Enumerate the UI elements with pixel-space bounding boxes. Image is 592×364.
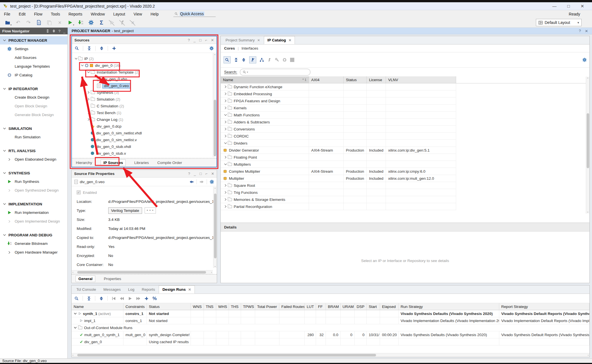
- run-group-out-of-context[interactable]: Out-of-Context Module Runs: [72, 324, 589, 331]
- subtab-cores[interactable]: Cores: [224, 46, 235, 50]
- column-report-strategy[interactable]: Report Strategy: [499, 303, 589, 310]
- chevron-right-icon[interactable]: [87, 111, 90, 114]
- search-icon[interactable]: [74, 296, 79, 301]
- chevron-down-icon[interactable]: [81, 64, 84, 67]
- delete-button[interactable]: ×: [56, 19, 64, 26]
- catalog-row-divider-generator[interactable]: Divider GeneratorAXI4-StreamProductionIn…: [221, 147, 589, 154]
- filter-toggle-button[interactable]: [249, 56, 256, 63]
- create-runs-icon[interactable]: [144, 296, 149, 301]
- tree-item-synthesis[interactable]: Synthesis(3): [74, 89, 217, 96]
- sources-panel-header[interactable]: Sources ? _ □ ⌐ ✕: [72, 36, 217, 44]
- chevron-right-icon[interactable]: [224, 134, 227, 138]
- fn-item-run-implementation[interactable]: Run Implementation: [0, 208, 67, 217]
- column-start[interactable]: Start: [367, 303, 380, 310]
- chevron-right-icon[interactable]: [224, 127, 227, 131]
- tab-compile-order[interactable]: Compile Order: [157, 161, 182, 165]
- search-toggle-button[interactable]: [224, 56, 231, 63]
- minimize-panel-icon[interactable]: _: [193, 38, 195, 42]
- column-failed-routes[interactable]: Failed Routes: [279, 303, 305, 310]
- catalog-row-partial-reconfiguration[interactable]: Partial Reconfiguration: [221, 203, 589, 210]
- menu-window[interactable]: Window: [91, 12, 105, 16]
- tab-tcl-console[interactable]: Tcl Console: [73, 285, 100, 294]
- close-button[interactable]: ✕: [580, 4, 584, 9]
- undo-button[interactable]: ↶: [14, 19, 22, 26]
- enabled-checkbox[interactable]: ✓: [77, 190, 81, 194]
- column-status[interactable]: Status: [344, 76, 367, 83]
- group-by-hierarchy-icon[interactable]: [260, 58, 264, 62]
- type-combo[interactable]: Verilog Template: [108, 207, 142, 214]
- disabled-tool-icon[interactable]: [290, 58, 294, 62]
- catalog-row-cordic[interactable]: CORDIC: [221, 133, 589, 140]
- layout-selector[interactable]: Default Layout ▾: [536, 19, 582, 26]
- menu-flow[interactable]: Flow: [34, 12, 43, 16]
- float-panel-icon[interactable]: ⌐: [205, 38, 207, 42]
- close-icon[interactable]: ✕: [585, 29, 588, 33]
- catalog-vertical-scrollbar[interactable]: ⌃⌄: [586, 77, 589, 214]
- close-icon[interactable]: ✕: [188, 288, 191, 292]
- chevron-down-icon[interactable]: [74, 326, 77, 329]
- properties-horizontal-scrollbar[interactable]: ‹›: [72, 270, 213, 274]
- expand-all-icon[interactable]: [100, 46, 104, 50]
- fn-section-simulation[interactable]: SIMULATION: [0, 124, 67, 133]
- catalog-row-math-functions[interactable]: Math Functions: [221, 112, 589, 119]
- tree-item-div-gen-0-dcp[interactable]: div_gen_0.dcp: [74, 123, 217, 130]
- copy-button[interactable]: [45, 19, 54, 26]
- fn-item-open-hardware-manager[interactable]: Open Hardware Manager: [0, 248, 67, 257]
- menu-help[interactable]: Help: [151, 12, 159, 16]
- tab-log[interactable]: Log: [124, 285, 138, 294]
- fn-item-settings[interactable]: Settings: [0, 45, 67, 53]
- properties-panel-header[interactable]: Source File Properties ? _ □ ⌐ ✕: [72, 170, 217, 177]
- fn-item-language-templates[interactable]: Language Templates: [0, 62, 67, 71]
- column-license[interactable]: License: [367, 76, 386, 83]
- run-row-impl-1[interactable]: impl_1 constrs_1 Not started Vivado Impl…: [72, 317, 589, 324]
- tab-ip-catalog[interactable]: IP Catalog✕: [264, 36, 295, 44]
- chevron-right-icon[interactable]: [224, 85, 227, 88]
- column-name[interactable]: Name^ 1: [221, 76, 309, 83]
- subtab-interfaces[interactable]: Interfaces: [242, 46, 258, 50]
- chevron-right-icon[interactable]: [224, 205, 227, 208]
- minimize-panel-icon[interactable]: _: [194, 172, 196, 176]
- help-icon[interactable]: ?: [58, 29, 61, 33]
- license-key-icon[interactable]: [275, 58, 279, 62]
- collapse-all-icon[interactable]: [234, 58, 238, 62]
- run-row-div-gen-0[interactable]: div_gen_0 Using cached IP results: [72, 338, 589, 345]
- cancel-disabled-button[interactable]: ×: [129, 19, 137, 26]
- catalog-search-input[interactable]: ▾: [240, 69, 310, 76]
- column-tns[interactable]: TNS: [204, 303, 216, 310]
- column-ff[interactable]: FF: [316, 303, 326, 310]
- menu-layout[interactable]: Layout: [113, 12, 125, 16]
- tab-hierarchy[interactable]: Hierarchy: [76, 161, 92, 165]
- fn-section-synthesis[interactable]: SYNTHESIS: [0, 169, 67, 177]
- report-summary-button[interactable]: Σ: [97, 19, 106, 26]
- quick-access-search[interactable]: Quick Access: [173, 11, 216, 17]
- tree-item-ip[interactable]: IP(2): [74, 55, 217, 62]
- more-button[interactable]: • • •: [145, 207, 156, 214]
- tree-item-stub-v[interactable]: div_gen_0_stub.v: [74, 150, 217, 157]
- add-sources-icon[interactable]: [112, 46, 116, 50]
- report-button[interactable]: [35, 19, 43, 26]
- tree-item-test-bench[interactable]: Test Bench(1): [74, 109, 217, 116]
- column-elapsed[interactable]: Elapsed: [380, 303, 399, 310]
- tab-general[interactable]: General: [76, 276, 95, 282]
- column-wns[interactable]: WNS: [191, 303, 204, 310]
- column-run-strategy[interactable]: Run Strategy: [399, 303, 499, 310]
- chevron-right-icon[interactable]: [224, 99, 227, 103]
- expand-all-icon[interactable]: [52, 29, 56, 33]
- tree-item-stub-vhdl[interactable]: div_gen_0_stub.vhdl: [74, 143, 217, 150]
- help-icon[interactable]: ?: [188, 38, 190, 42]
- run-button[interactable]: ▾: [66, 19, 74, 26]
- gear-icon[interactable]: [209, 46, 214, 50]
- fn-item-ip-catalog[interactable]: IP Catalog: [0, 71, 67, 79]
- collapse-all-icon[interactable]: [87, 46, 91, 50]
- properties-vertical-scrollbar[interactable]: ⌃⌄: [213, 187, 217, 268]
- column-dsp[interactable]: DSP: [355, 303, 367, 310]
- tab-design-runs[interactable]: Design Runs✕: [159, 285, 195, 294]
- expand-all-icon[interactable]: [242, 58, 246, 62]
- catalog-row-kernels[interactable]: Kernels: [221, 105, 589, 112]
- sources-vertical-scrollbar[interactable]: ⌃⌄: [213, 53, 217, 157]
- tab-reports[interactable]: Reports: [138, 285, 159, 294]
- chevron-down-icon[interactable]: [87, 70, 90, 74]
- tree-item-change-log[interactable]: Change Log(1): [74, 116, 217, 123]
- catalog-row-complex-multiplier[interactable]: Complex MultiplierAXI4-StreamProductionI…: [221, 168, 589, 175]
- percent-icon[interactable]: %: [153, 296, 157, 301]
